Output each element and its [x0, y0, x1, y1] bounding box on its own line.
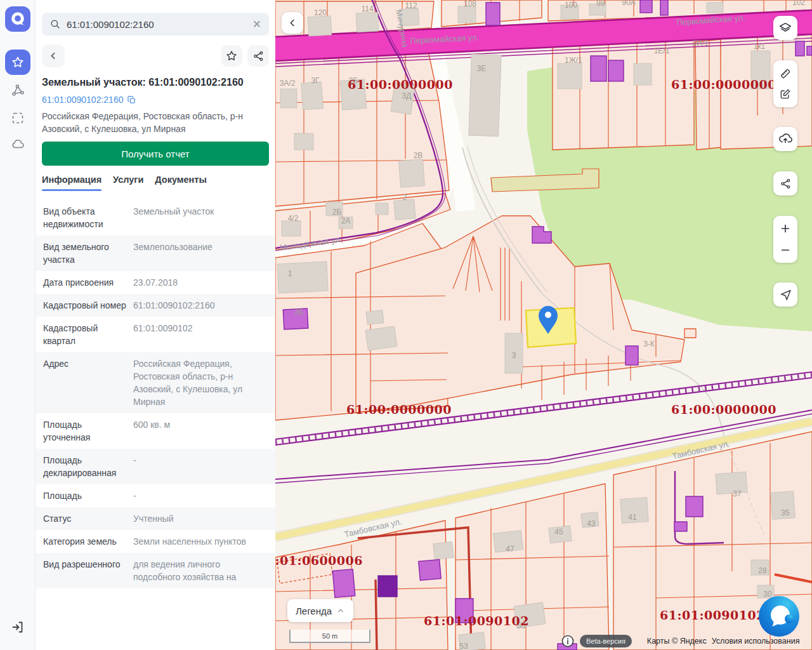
- building-label: 1: [288, 269, 292, 278]
- tab-services[interactable]: Услуги: [113, 173, 143, 191]
- building-label: 1Е/1: [654, 46, 670, 55]
- chevron-left-icon: [287, 18, 298, 28]
- sidebar-item-favorites[interactable]: [5, 50, 30, 75]
- navigation-arrow-icon: [779, 288, 792, 302]
- back-button[interactable]: [42, 44, 65, 67]
- legend-button[interactable]: Легенда: [287, 599, 353, 622]
- building-label: 3Д: [402, 91, 412, 100]
- building-label: 3Е: [477, 64, 487, 73]
- share-map-button[interactable]: [773, 171, 797, 196]
- building-label: 3: [512, 351, 516, 360]
- sidebar-item-polygon-tool[interactable]: [9, 81, 27, 99]
- cadastral-quarter-label: 61:01:0090102: [424, 614, 529, 628]
- zoom-controls: [773, 216, 797, 263]
- tab-documents[interactable]: Документы: [155, 173, 207, 191]
- chat-icon: [758, 595, 800, 637]
- get-report-button[interactable]: Получить отчет: [42, 142, 269, 166]
- upload-button[interactable]: [773, 127, 797, 151]
- cadastral-quarter-label: 61:01:0090102: [660, 608, 765, 622]
- layers-button[interactable]: [773, 16, 797, 40]
- table-row: Площадь декларированная-: [36, 449, 275, 484]
- panel-header: [42, 44, 269, 67]
- building-label: 108: [464, 0, 476, 8]
- star-icon: [11, 55, 25, 69]
- building-label: 2Б: [332, 208, 342, 216]
- map-attribution[interactable]: Карты © Яндекс: [647, 637, 707, 646]
- building-label: 28: [758, 566, 767, 575]
- sidebar-item-cloud[interactable]: [9, 136, 27, 154]
- building-label: 1Ж/1: [565, 56, 582, 65]
- building-label: 120: [314, 8, 327, 17]
- building-label: 45: [554, 527, 563, 536]
- cadastral-quarter-label: 61:00:0000000: [346, 402, 452, 416]
- search-icon: [49, 18, 61, 30]
- locate-button[interactable]: [773, 282, 797, 307]
- ruler-icon[interactable]: [779, 67, 792, 80]
- page-title: Земельный участок: 61:01:0090102:2160: [42, 76, 269, 89]
- terms-link[interactable]: Условия использования: [712, 637, 800, 646]
- building-label: 102: [792, 0, 805, 7]
- tab-information[interactable]: Информация: [42, 173, 102, 191]
- edit-icon[interactable]: [779, 88, 792, 100]
- cadastral-link-row: 61:01:0090102:2160: [42, 95, 269, 105]
- table-row: Дата присвоения23.07.2018: [36, 271, 275, 294]
- table-row: Площадь уточненная600 кв. м: [36, 413, 275, 449]
- zoom-in-button[interactable]: [779, 222, 792, 235]
- table-row: Кадастровый квартал61:01:0090102: [36, 317, 275, 352]
- share-button[interactable]: [247, 45, 269, 67]
- chevron-left-icon: [48, 51, 58, 61]
- info-table: Вид объекта недвижимостиЗемельный участо…: [36, 200, 275, 588]
- clear-search-icon[interactable]: ✕: [252, 19, 261, 30]
- table-row: Категория земельЗемли населенных пунктов: [36, 530, 275, 553]
- object-panel: ✕ Земельный участок: 61:01:0090102:2160: [36, 0, 275, 650]
- beta-badge: Beta-версия: [580, 635, 632, 647]
- search-bar[interactable]: ✕: [42, 13, 269, 36]
- building-label: 3Г: [311, 76, 320, 85]
- building-label: 2Б: [294, 308, 304, 317]
- building-label: 35: [781, 508, 790, 517]
- cadastral-number-link[interactable]: 61:01:0090102:2160: [42, 95, 123, 105]
- polygon-icon: [10, 83, 25, 98]
- building-label: 2В: [414, 151, 423, 160]
- building-label: 114: [361, 4, 373, 13]
- building-label: 90А: [622, 0, 635, 7]
- building-label: 98: [596, 0, 605, 8]
- map-graphics: Первомайская ул. Первомайская ул. Мичури…: [275, 0, 812, 650]
- building-label: 100: [565, 1, 577, 10]
- layers-icon: [778, 21, 792, 35]
- tab-bar: Информация Услуги Документы: [42, 173, 269, 192]
- sidebar-item-select-area[interactable]: [9, 109, 27, 127]
- table-row: Кадастровый номер61:01:0090102:2160: [36, 294, 275, 317]
- logout-button[interactable]: [8, 617, 28, 637]
- legend-label: Легенда: [296, 606, 332, 616]
- table-row: АдресРоссийская Федерация, Ростовская об…: [36, 352, 275, 413]
- share-icon: [252, 50, 265, 62]
- building-label: 112: [405, 1, 417, 10]
- cloud-upload-icon: [778, 132, 792, 146]
- building-label: 41: [628, 513, 637, 522]
- building-label: 3-К: [643, 340, 655, 348]
- share-icon: [780, 178, 792, 190]
- info-icon[interactable]: [561, 634, 575, 648]
- search-input[interactable]: [67, 19, 252, 30]
- building-label: 47: [506, 545, 514, 554]
- scale-label: 50 m: [322, 632, 337, 640]
- chat-widget-button[interactable]: [758, 595, 800, 637]
- favorite-button[interactable]: [221, 45, 242, 67]
- table-row: Вид разрешенногодля ведения личного подс…: [36, 553, 275, 588]
- collapse-panel-button[interactable]: [282, 12, 303, 34]
- building-label: 1к1: [754, 42, 766, 51]
- building-label: 53: [459, 642, 468, 650]
- select-area-icon: [10, 110, 25, 126]
- table-row: Площадь-: [36, 484, 275, 507]
- logo-icon: [10, 11, 26, 27]
- zoom-out-button[interactable]: [779, 244, 792, 256]
- tools-group: [773, 60, 797, 107]
- cloud-icon: [10, 137, 26, 152]
- star-outline-icon: [225, 50, 238, 62]
- building-label: 43: [587, 519, 596, 528]
- map-canvas[interactable]: Первомайская ул. Первомайская ул. Мичури…: [275, 0, 812, 650]
- app-logo[interactable]: [5, 6, 30, 32]
- copy-icon[interactable]: [127, 95, 136, 105]
- table-row: Вид объекта недвижимостиЗемельный участо…: [36, 200, 275, 235]
